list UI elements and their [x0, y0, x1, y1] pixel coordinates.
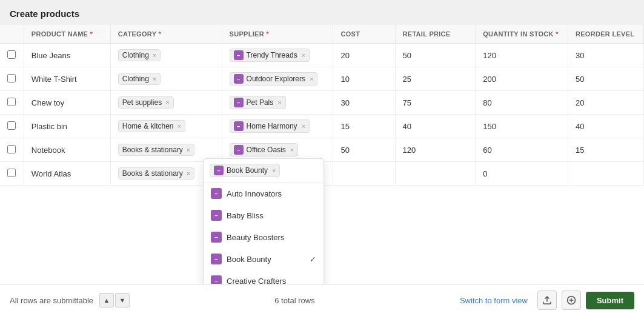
- cell-retail: 120: [395, 138, 476, 162]
- supplier-icon: [211, 232, 222, 243]
- supplier-icon: [234, 98, 244, 107]
- cell-qty: 0: [476, 162, 568, 186]
- dropdown-item-creative-crafters[interactable]: Creative Crafters: [204, 270, 324, 284]
- cell-product: Blue Jeans: [24, 44, 110, 67]
- table-row: Blue Jeans Clothing × Trendy Threads × 2…: [0, 44, 644, 67]
- cell-qty: 200: [476, 67, 568, 91]
- cell-product: Plastic bin: [24, 115, 110, 138]
- supplier-icon: [211, 254, 222, 264]
- row-checkbox[interactable]: [0, 138, 24, 162]
- col-header-reorder: REORDER LEVEL: [568, 25, 643, 44]
- dropdown-list: Auto Innovators Baby Bliss Beauty Booste…: [204, 183, 324, 284]
- cell-category: Pet supplies ×: [110, 91, 222, 115]
- upload-icon-button[interactable]: [537, 291, 557, 310]
- footer-right: Switch to form view Submit: [460, 291, 634, 310]
- col-header-checkbox: [0, 25, 24, 44]
- cell-cost: 10: [333, 67, 395, 91]
- footer: All rows are submittable ▲ ▼ 6 total row…: [0, 284, 644, 316]
- row-checkbox[interactable]: [0, 44, 24, 67]
- supplier-icon: [211, 210, 222, 221]
- switch-form-link[interactable]: Switch to form view: [460, 296, 528, 305]
- table-container: PRODUCT NAME CATEGORY SUPPLIER COST RETA…: [0, 25, 644, 284]
- row-count: 6 total rows: [274, 296, 314, 305]
- col-header-qty: QUANTITY IN STOCK: [476, 25, 568, 44]
- row-checkbox[interactable]: [0, 115, 24, 138]
- arrow-buttons: ▲ ▼: [99, 293, 130, 308]
- table-row: Chew toy Pet supplies × Pet Pals × 30 75…: [0, 91, 644, 115]
- cell-retail: 40: [395, 115, 476, 138]
- cell-product: Chew toy: [24, 91, 110, 115]
- arrow-down-button[interactable]: ▼: [115, 293, 130, 308]
- cell-product: White T-Shirt: [24, 67, 110, 91]
- page-title: Create products: [0, 0, 644, 25]
- col-header-cost: COST: [333, 25, 395, 44]
- dropdown-item-baby-bliss[interactable]: Baby Bliss: [204, 204, 324, 226]
- dropdown-item-label: Book Bounty: [227, 255, 271, 264]
- dropdown-item-label: Beauty Boosters: [227, 233, 284, 242]
- col-header-product: PRODUCT NAME: [24, 25, 110, 44]
- cell-reorder: 50: [568, 67, 643, 91]
- cell-qty: 150: [476, 115, 568, 138]
- cell-retail: 75: [395, 91, 476, 115]
- dropdown-item-auto-innovators[interactable]: Auto Innovators: [204, 183, 324, 204]
- dropdown-item-label: Creative Crafters: [227, 277, 286, 284]
- table-row: Plastic bin Home & kitchen × Home Harmon…: [0, 115, 644, 138]
- submittable-status: All rows are submittable: [10, 296, 93, 305]
- cell-reorder: 30: [568, 44, 643, 67]
- dropdown-item-book-bounty[interactable]: Book Bounty ✓: [204, 248, 324, 270]
- supplier-icon: [234, 121, 244, 131]
- supplier-icon: [234, 74, 244, 84]
- cell-retail: [395, 162, 476, 186]
- cell-reorder: 40: [568, 115, 643, 138]
- add-icon-button[interactable]: [562, 291, 581, 310]
- cell-supplier: Home Harmony ×: [222, 115, 333, 138]
- row-checkbox[interactable]: [0, 91, 24, 115]
- cell-cost: [333, 162, 395, 186]
- cell-supplier: Pet Pals ×: [222, 91, 333, 115]
- supplier-dropdown[interactable]: Book Bounty × Auto Innovators Baby Bliss…: [203, 158, 324, 284]
- cell-retail: 25: [395, 67, 476, 91]
- cell-category: Clothing ×: [110, 67, 222, 91]
- dropdown-item-beauty-boosters[interactable]: Beauty Boosters: [204, 226, 324, 248]
- row-checkbox[interactable]: [0, 67, 24, 91]
- submit-button[interactable]: Submit: [586, 292, 634, 309]
- dropdown-item-label: Auto Innovators: [227, 189, 282, 198]
- cell-category: Clothing ×: [110, 44, 222, 67]
- cell-qty: 60: [476, 138, 568, 162]
- cell-reorder: [568, 162, 643, 186]
- dropdown-item-label: Baby Bliss: [227, 211, 264, 220]
- row-checkbox[interactable]: [0, 162, 24, 186]
- cell-reorder: 15: [568, 138, 643, 162]
- cell-cost: 50: [333, 138, 395, 162]
- supplier-icon: [234, 50, 244, 60]
- supplier-icon: [211, 275, 222, 284]
- supplier-icon: [234, 145, 244, 155]
- cell-qty: 120: [476, 44, 568, 67]
- table-row: White T-Shirt Clothing × Outdoor Explore…: [0, 67, 644, 91]
- cell-supplier: Outdoor Explorers ×: [222, 67, 333, 91]
- cell-supplier: Trendy Threads ×: [222, 44, 333, 67]
- cell-cost: 30: [333, 91, 395, 115]
- col-header-category: CATEGORY: [110, 25, 222, 44]
- cell-category: Home & kitchen ×: [110, 115, 222, 138]
- checkmark-icon: ✓: [310, 255, 316, 264]
- cell-product: World Atlas: [24, 162, 110, 186]
- footer-left: All rows are submittable ▲ ▼: [10, 293, 130, 308]
- cell-cost: 20: [333, 44, 395, 67]
- cell-product: Notebook: [24, 138, 110, 162]
- col-header-supplier: SUPPLIER: [222, 25, 333, 44]
- col-header-retail: RETAIL PRICE: [395, 25, 476, 44]
- supplier-icon: [214, 166, 224, 175]
- cell-cost: 15: [333, 115, 395, 138]
- cell-reorder: 20: [568, 91, 643, 115]
- cell-qty: 80: [476, 91, 568, 115]
- supplier-icon: [211, 188, 222, 199]
- dropdown-selected-area: Book Bounty ×: [204, 159, 324, 183]
- cell-retail: 50: [395, 44, 476, 67]
- arrow-up-button[interactable]: ▲: [99, 293, 114, 308]
